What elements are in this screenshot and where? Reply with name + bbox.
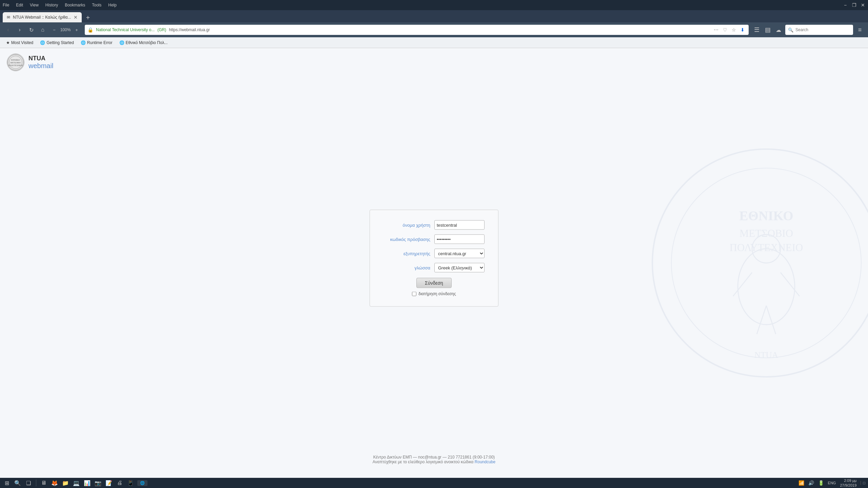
- language-select[interactable]: Greek (Ελληνικά) English (US): [434, 263, 485, 272]
- taskbar-app-7[interactable]: 📝: [105, 479, 113, 487]
- url-display[interactable]: https://webmail.ntua.gr: [169, 27, 710, 32]
- footer-line2-prefix: Αναπτύχθηκε με το ελεύθερο λογισμικό ανο…: [373, 460, 475, 464]
- menu-help[interactable]: Help: [108, 3, 117, 7]
- show-desktop-button[interactable]: □: [861, 481, 865, 485]
- svg-text:ΕΘΝΙΚΟ: ΕΘΝΙΚΟ: [11, 59, 20, 61]
- taskbar-app-1[interactable]: 🖥: [40, 479, 48, 487]
- page-footer: Κέντρο Δικτύων ΕΜΠ — noc@ntua.gr — 210 7…: [0, 455, 868, 464]
- bookmark-label: Runtime Error: [87, 40, 113, 45]
- menu-view[interactable]: View: [30, 3, 39, 7]
- tab-close-button[interactable]: ✕: [74, 15, 78, 20]
- svg-point-0: [652, 149, 868, 377]
- reload-button[interactable]: ↻: [26, 25, 36, 35]
- browser-menu-button[interactable]: ≡: [855, 25, 865, 35]
- ntua-logo-text: NTUA webmail: [28, 55, 53, 70]
- menu-tools[interactable]: Tools: [92, 3, 101, 7]
- start-button[interactable]: ⊞: [3, 479, 11, 487]
- clock[interactable]: 2:09 μμ 27/9/2019: [840, 478, 856, 488]
- footer-line1: Κέντρο Δικτύων ΕΜΠ — noc@ntua.gr — 210 7…: [0, 455, 868, 460]
- taskbar-app-2[interactable]: 🦊: [51, 479, 59, 487]
- submit-row: Σύνδεση: [383, 278, 485, 288]
- bookmark-label: Most Visited: [11, 40, 33, 45]
- svg-line-10: [766, 306, 776, 334]
- language-row: γλώσσα Greek (Ελληνικά) English (US): [383, 263, 485, 272]
- roundcube-link[interactable]: Roundcube: [475, 460, 495, 464]
- menu-history[interactable]: History: [45, 3, 58, 7]
- password-input[interactable]: [434, 235, 485, 244]
- login-form-container: όνομα χρήστη κωδικός πρόσβασης εξυπηρετη…: [370, 210, 498, 307]
- globe-icon-3: 🌐: [119, 40, 124, 45]
- menu-file[interactable]: File: [3, 3, 9, 7]
- login-button[interactable]: Σύνδεση: [416, 278, 452, 288]
- ntua-subtitle: webmail: [28, 62, 53, 70]
- bookmark-most-visited[interactable]: ★ Most Visited: [3, 39, 36, 46]
- new-tab-button[interactable]: +: [83, 13, 93, 22]
- remember-checkbox[interactable]: [412, 291, 416, 296]
- svg-line-8: [781, 272, 800, 296]
- zoom-level: 100%: [60, 27, 71, 32]
- restore-button[interactable]: ❐: [852, 3, 856, 7]
- taskbar-app-8[interactable]: 🖨: [116, 479, 124, 487]
- bookmark-getting-started[interactable]: 🌐 Getting Started: [37, 39, 77, 46]
- svg-text:NTUA: NTUA: [754, 350, 778, 360]
- svg-point-5: [738, 249, 795, 325]
- svg-line-7: [733, 272, 752, 296]
- close-button[interactable]: ✕: [861, 3, 865, 7]
- time-display: 2:09 μμ: [840, 478, 856, 483]
- search-bar[interactable]: 🔍: [785, 25, 853, 35]
- username-row: όνομα χρήστη: [383, 220, 485, 230]
- menu-bookmarks[interactable]: Bookmarks: [65, 3, 85, 7]
- task-view-button[interactable]: ❑: [24, 479, 33, 487]
- zoom-in-button[interactable]: +: [72, 25, 81, 35]
- date-display: 27/9/2019: [840, 483, 856, 488]
- menu-edit[interactable]: Edit: [16, 3, 23, 7]
- taskbar-app-4[interactable]: 💻: [72, 479, 80, 487]
- page-header: ΕΘΝΙΚΟ ΜΕΤΣΟΒΙΟ ΠΟΛΥΤΕΧΝΕΙΟ NTUA webmail: [0, 48, 868, 77]
- pocket-icon[interactable]: ♡: [722, 26, 728, 33]
- zoom-controls: − 100% +: [50, 25, 81, 35]
- active-tab[interactable]: ✉ NTUA Webmail :: Καλώς ήρθα... ✕: [3, 12, 82, 22]
- security-label: National Technical University o...: [96, 27, 155, 32]
- volume-icon[interactable]: 🔊: [808, 480, 814, 486]
- zoom-out-button[interactable]: −: [50, 25, 59, 35]
- more-options-icon[interactable]: ⋯: [713, 26, 719, 33]
- taskbar-app-3[interactable]: 📁: [61, 479, 70, 487]
- search-icon: 🔍: [788, 27, 793, 33]
- forward-button[interactable]: ›: [15, 25, 24, 35]
- taskbar-app-5[interactable]: 📊: [83, 479, 91, 487]
- home-button[interactable]: ⌂: [38, 25, 47, 35]
- network-icon[interactable]: 📶: [798, 480, 804, 486]
- server-select[interactable]: central.ntua.gr mail.ntua.gr: [434, 249, 485, 258]
- sync-button[interactable]: ☁: [774, 25, 783, 35]
- address-bar[interactable]: 🔒 National Technical University o... (GR…: [85, 25, 749, 35]
- search-input[interactable]: [795, 27, 846, 32]
- taskbar-app-9[interactable]: 📱: [126, 479, 135, 487]
- bookmark-runtime-error[interactable]: 🌐 Runtime Error: [78, 39, 115, 46]
- bookmark-icon[interactable]: ☆: [730, 26, 737, 33]
- username-input[interactable]: [434, 220, 485, 230]
- taskbar-app-6[interactable]: 📷: [94, 479, 102, 487]
- svg-text:ΕΘΝΙΚΟ: ΕΘΝΙΚΟ: [739, 208, 793, 223]
- taskbar-browser-app[interactable]: 🌐: [137, 480, 147, 486]
- download-icon[interactable]: ⬇: [739, 26, 746, 33]
- password-label: κωδικός πρόσβασης: [383, 237, 434, 242]
- security-badge: (GR): [157, 27, 166, 32]
- taskbar-separator-1: [36, 480, 36, 486]
- minimize-button[interactable]: −: [843, 3, 848, 7]
- bookmarks-bar: ★ Most Visited 🌐 Getting Started 🌐 Runti…: [0, 37, 868, 48]
- server-label: εξυπηρετητής: [383, 251, 434, 256]
- language-label: γλώσσα: [383, 265, 434, 270]
- page-content: ΕΘΝΙΚΟ ΜΕΤΣΟΒΙΟ ΠΟΛΥΤΕΧΝΕΙΟ NTUA ΕΘΝΙΚΟ …: [0, 48, 868, 478]
- library-button[interactable]: ☰: [752, 25, 762, 35]
- sidebar-button[interactable]: ▤: [763, 25, 772, 35]
- server-row: εξυπηρετητής central.ntua.gr mail.ntua.g…: [383, 249, 485, 258]
- search-taskbar-icon[interactable]: 🔍: [14, 479, 22, 487]
- password-input-wrapper: [434, 235, 485, 244]
- nav-bar: ‹ › ↻ ⌂ − 100% + 🔒 National Technical Un…: [0, 22, 868, 37]
- battery-icon: 🔋: [818, 480, 824, 486]
- bookmark-ntua[interactable]: 🌐 Εθνικό Μετσόβιο Πολ...: [117, 39, 171, 46]
- back-button[interactable]: ‹: [3, 25, 13, 35]
- tab-favicon-icon: ✉: [7, 15, 10, 20]
- language-indicator[interactable]: ENG: [828, 481, 836, 485]
- taskbar: ⊞ 🔍 ❑ 🖥 🦊 📁 💻 📊 📷 📝 🖨 📱 🌐 📶 🔊 🔋 ENG 2:09…: [0, 478, 868, 488]
